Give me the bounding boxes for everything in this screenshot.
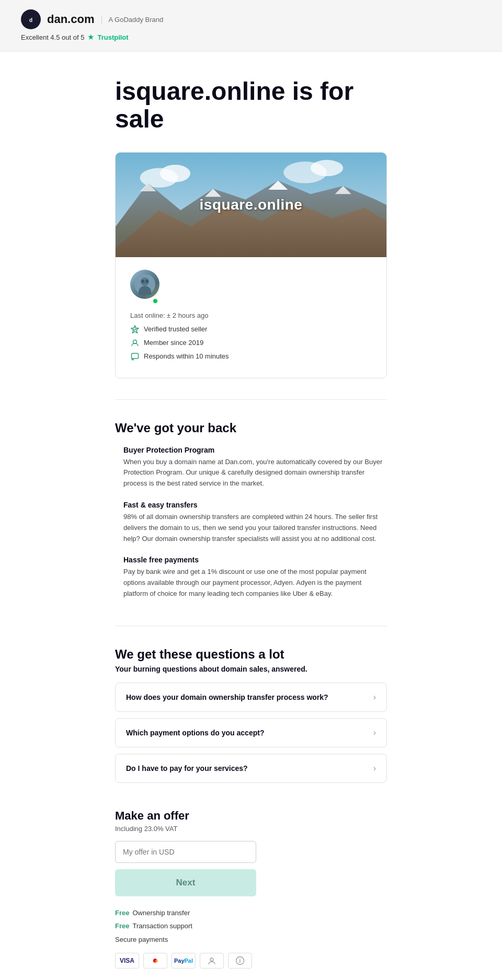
perk-row-1: Free Transaction support xyxy=(115,920,256,932)
godaddy-brand: A GoDaddy Brand xyxy=(101,16,163,24)
benefits-section: We've got your back Buyer Protection Pro… xyxy=(115,421,387,599)
faq-subtitle: Your burning questions about domain sale… xyxy=(115,665,387,673)
seller-avatar xyxy=(130,270,159,299)
visa-icon: VISA xyxy=(115,953,139,969)
offer-input[interactable] xyxy=(115,841,256,863)
domain-card: isquare.online Last onlin xyxy=(115,152,387,378)
responds-row: Responds within 10 minutes xyxy=(130,352,372,361)
faq-question-2: Do I have to pay for your services? xyxy=(126,764,248,773)
bank-transfer-icon xyxy=(200,953,224,969)
payment-icons: VISA ●● PayPal i xyxy=(115,953,256,969)
trustpilot-label: Trustpilot xyxy=(97,33,128,41)
chat-icon xyxy=(130,352,140,361)
benefit-item-0: Buyer Protection Program When you buy a … xyxy=(115,446,387,489)
last-online-text: Last online: ± 2 hours ago xyxy=(130,312,372,319)
offer-title: Make an offer xyxy=(115,809,256,823)
offer-vat-text: Including 23.0% VAT xyxy=(115,825,256,833)
svg-point-6 xyxy=(311,160,343,176)
perk-label-2: Secure payments xyxy=(115,933,168,946)
svg-text:i: i xyxy=(239,958,241,964)
benefit-desc-0: When you buy a domain name at Dan.com, y… xyxy=(123,457,387,489)
svg-point-4 xyxy=(160,165,190,182)
benefit-title-2: Hassle free payments xyxy=(123,556,387,564)
paypal-icon: PayPal xyxy=(172,953,196,969)
seller-info: Last online: ± 2 hours ago Verified trus… xyxy=(116,257,386,378)
mastercard-icon: ●● xyxy=(143,953,167,969)
member-since-text: Member since 2019 xyxy=(144,339,203,347)
perk-row-2: Secure payments xyxy=(115,933,256,946)
rating-text: Excellent 4.5 out of 5 xyxy=(21,33,84,41)
svg-point-17 xyxy=(145,280,149,283)
faq-item-2[interactable]: Do I have to pay for your services? › xyxy=(115,754,387,783)
faq-question-1: Which payment options do you accept? xyxy=(126,729,264,737)
faq-title: We get these questions a lot xyxy=(115,647,387,662)
faq-item-0[interactable]: How does your domain ownership transfer … xyxy=(115,683,387,712)
page-title: isquare.online is for sale xyxy=(115,78,387,133)
info-icon: i xyxy=(228,953,252,969)
perk-free-label-1: Free xyxy=(115,920,129,932)
member-since-row: Member since 2019 xyxy=(130,338,372,348)
faq-section: We get these questions a lot Your burnin… xyxy=(115,647,387,783)
faq-question-0: How does your domain ownership transfer … xyxy=(126,693,328,701)
benefits-title: We've got your back xyxy=(115,421,387,435)
member-icon xyxy=(130,338,140,348)
faq-item-1[interactable]: Which payment options do you accept? › xyxy=(115,718,387,747)
chevron-right-icon-1: › xyxy=(373,728,376,737)
domain-hero-image: isquare.online xyxy=(116,153,386,257)
benefit-desc-2: Pay by bank wire and get a 1% discount o… xyxy=(123,567,387,599)
logo-container: d dan.com A GoDaddy Brand xyxy=(21,9,481,29)
next-button[interactable]: Next xyxy=(115,869,256,896)
trustpilot-row: Excellent 4.5 out of 5 ★ Trustpilot xyxy=(21,32,481,42)
perk-label-0: Ownership transfer xyxy=(132,907,190,919)
benefit-item-2: Hassle free payments Pay by bank wire an… xyxy=(115,556,387,599)
svg-point-16 xyxy=(141,280,144,283)
trustpilot-star-icon: ★ xyxy=(87,32,94,42)
divider-1 xyxy=(115,399,387,400)
online-indicator xyxy=(152,298,158,304)
page-header: d dan.com A GoDaddy Brand Excellent 4.5 … xyxy=(0,0,502,52)
logo-text: dan.com xyxy=(47,13,94,26)
dan-logo-icon: d xyxy=(21,9,41,29)
offer-perks: Free Ownership transfer Free Transaction… xyxy=(115,907,256,946)
svg-text:d: d xyxy=(29,17,32,23)
benefit-desc-1: 98% of all domain ownership transfers ar… xyxy=(123,512,387,544)
perk-free-label-0: Free xyxy=(115,907,129,919)
verified-icon xyxy=(130,325,140,334)
domain-overlay-text: isquare.online xyxy=(200,197,303,213)
benefit-item-1: Fast & easy transfers 98% of all domain … xyxy=(115,501,387,544)
divider-2 xyxy=(115,626,387,626)
offer-section: Make an offer Including 23.0% VAT Next F… xyxy=(115,809,387,969)
chevron-right-icon-0: › xyxy=(373,693,376,702)
benefit-title-0: Buyer Protection Program xyxy=(123,446,387,454)
offer-form: Make an offer Including 23.0% VAT Next F… xyxy=(115,809,256,969)
main-content: isquare.online is for sale xyxy=(94,52,408,980)
responds-text: Responds within 10 minutes xyxy=(144,352,229,360)
svg-rect-19 xyxy=(132,353,139,359)
verified-seller-row: Verified trusted seller xyxy=(130,325,372,334)
chevron-right-icon-2: › xyxy=(373,764,376,773)
svg-point-20 xyxy=(210,958,213,961)
perk-row-0: Free Ownership transfer xyxy=(115,907,256,919)
benefit-title-1: Fast & easy transfers xyxy=(123,501,387,509)
verified-label: Verified trusted seller xyxy=(144,325,207,333)
perk-label-1: Transaction support xyxy=(132,920,192,932)
